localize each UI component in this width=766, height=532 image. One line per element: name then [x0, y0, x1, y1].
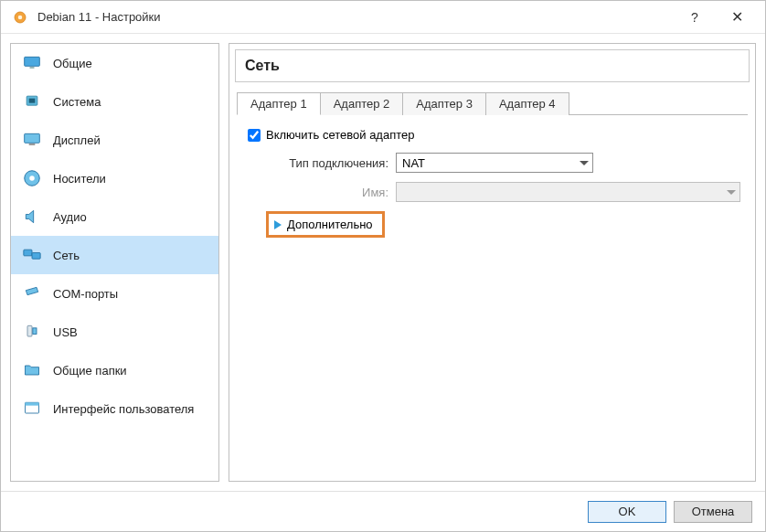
svg-rect-5 — [29, 99, 36, 103]
sidebar-item-label: Носители — [44, 172, 106, 186]
sidebar-item-label: Система — [44, 95, 101, 109]
monitor-icon — [20, 53, 44, 73]
close-button[interactable]: ✕ — [716, 1, 758, 34]
sidebar-item-general[interactable]: Общие — [11, 44, 218, 82]
folder-icon — [20, 360, 44, 380]
chevron-down-icon — [727, 190, 736, 195]
tab-adapter-4[interactable]: Адаптер 4 — [486, 92, 569, 115]
tab-adapter-2[interactable]: Адаптер 2 — [321, 92, 404, 115]
tabs: Адаптер 1 Адаптер 2 Адаптер 3 Адаптер 4 — [237, 91, 748, 115]
svg-rect-13 — [33, 328, 37, 335]
attached-to-combo[interactable]: NAT — [396, 153, 593, 173]
svg-rect-12 — [27, 325, 32, 336]
svg-rect-7 — [29, 144, 36, 145]
enable-adapter-checkbox[interactable] — [248, 129, 261, 142]
main-heading-area: Сеть — [235, 49, 750, 82]
sidebar-item-label: Дисплей — [44, 133, 101, 147]
sidebar-item-label: Интерфейс пользователя — [44, 402, 194, 416]
sidebar-item-label: Общие — [44, 57, 92, 70]
sidebar-item-display[interactable]: Дисплей — [11, 121, 218, 159]
advanced-expander[interactable]: Дополнительно — [266, 211, 385, 238]
serial-icon — [20, 283, 44, 303]
sidebar-item-label: COM-порты — [44, 287, 118, 301]
svg-point-9 — [29, 176, 35, 181]
sidebar-item-user-interface[interactable]: Интерфейс пользователя — [11, 389, 218, 428]
attached-to-value: NAT — [402, 156, 425, 170]
enable-adapter-label: Включить сетевой адаптер — [266, 128, 414, 142]
usb-icon — [20, 322, 44, 342]
sidebar-item-system[interactable]: Система — [11, 82, 218, 121]
svg-rect-10 — [24, 250, 32, 256]
chip-icon — [20, 91, 44, 112]
name-combo[interactable] — [396, 182, 740, 202]
speaker-icon — [20, 207, 44, 227]
sidebar-item-usb[interactable]: USB — [11, 313, 218, 351]
sidebar-item-storage[interactable]: Носители — [11, 159, 218, 197]
sidebar-item-label: Сеть — [44, 249, 80, 262]
display-icon — [20, 130, 44, 150]
main-panel: Сеть Адаптер 1 Адаптер 2 Адаптер 3 Адапт… — [229, 43, 756, 482]
settings-window: Debian 11 - Настройки ? ✕ Общие Система … — [0, 0, 766, 532]
content-area: Общие Система Дисплей Носители Аудио Сет… — [1, 34, 765, 491]
window-icon — [20, 399, 44, 419]
svg-rect-2 — [25, 57, 40, 66]
sidebar-item-label: Аудио — [44, 210, 87, 224]
network-icon — [20, 245, 44, 265]
tab-adapter-1[interactable]: Адаптер 1 — [237, 92, 321, 115]
ok-button[interactable]: OK — [588, 501, 666, 523]
disk-icon — [20, 168, 44, 188]
dialog-footer: OK Отмена — [1, 491, 765, 531]
sidebar: Общие Система Дисплей Носители Аудио Сет… — [10, 43, 219, 482]
window-title: Debian 11 - Настройки — [32, 10, 674, 24]
page-title: Сеть — [245, 58, 739, 74]
tab-adapter-3[interactable]: Адаптер 3 — [403, 92, 486, 115]
sidebar-item-network[interactable]: Сеть — [11, 236, 218, 274]
adapter-panel: Включить сетевой адаптер Тип подключения… — [237, 115, 748, 238]
enable-adapter-row: Включить сетевой адаптер — [244, 128, 740, 142]
sidebar-item-shared-folders[interactable]: Общие папки — [11, 351, 218, 389]
triangle-right-icon — [274, 220, 282, 229]
sidebar-item-label: Общие папки — [44, 364, 127, 378]
app-icon — [8, 7, 32, 27]
sidebar-item-serial[interactable]: COM-порты — [11, 274, 218, 313]
name-label: Имя: — [244, 186, 396, 199]
svg-rect-3 — [30, 67, 35, 69]
attached-to-label: Тип подключения: — [244, 156, 396, 170]
svg-point-1 — [18, 15, 23, 19]
sidebar-item-label: USB — [44, 325, 78, 339]
sidebar-item-audio[interactable]: Аудио — [11, 197, 218, 236]
svg-rect-6 — [25, 133, 40, 143]
tabs-wrap: Адаптер 1 Адаптер 2 Адаптер 3 Адаптер 4 … — [237, 91, 748, 238]
help-button[interactable]: ? — [674, 1, 716, 34]
cancel-button[interactable]: Отмена — [674, 501, 752, 523]
svg-rect-15 — [26, 402, 39, 405]
advanced-label: Дополнительно — [287, 218, 373, 231]
chevron-down-icon — [580, 161, 589, 165]
titlebar: Debian 11 - Настройки ? ✕ — [1, 1, 765, 34]
svg-rect-11 — [32, 253, 40, 260]
